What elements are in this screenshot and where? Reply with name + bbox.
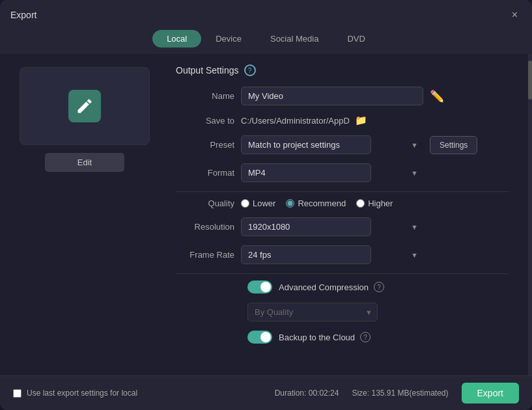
save-to-row: Save to C:/Users/Administrator/AppD 📁 xyxy=(176,115,509,126)
preset-label: Preset xyxy=(176,140,234,150)
advanced-compression-toggle[interactable] xyxy=(247,280,272,294)
divider-1 xyxy=(176,191,509,192)
folder-icon[interactable]: 📁 xyxy=(355,115,367,126)
bottom-bar: Use last export settings for local Durat… xyxy=(0,376,532,410)
by-quality-wrapper: By Quality By Bitrate ▼ xyxy=(247,303,509,321)
resolution-select-wrapper: 1920x1080 1280x720 3840x2160 640x480 ▼ xyxy=(241,217,423,236)
quality-recommend-option[interactable]: Recommend xyxy=(286,198,346,208)
quality-options: Lower Recommend Higher xyxy=(241,198,393,208)
backup-cloud-label: Backup to the Cloud xyxy=(279,333,355,342)
tab-local[interactable]: Local xyxy=(152,30,201,48)
quality-recommend-radio[interactable] xyxy=(286,199,294,208)
tab-social-media[interactable]: Social Media xyxy=(256,30,333,48)
resolution-chevron-icon: ▼ xyxy=(411,223,418,231)
divider-2 xyxy=(176,273,509,274)
preset-chevron-icon: ▼ xyxy=(411,141,418,149)
close-button[interactable]: × xyxy=(508,8,522,22)
preset-row: Preset Match to project settings Custom … xyxy=(176,135,509,154)
frame-rate-row: Frame Rate 24 fps 25 fps 30 fps 60 fps ▼ xyxy=(176,245,509,264)
advanced-compression-help-icon[interactable]: ? xyxy=(374,282,384,292)
ai-icon: ✏️ xyxy=(430,89,444,103)
quality-higher-label: Higher xyxy=(368,198,393,208)
preset-select-wrapper: Match to project settings Custom YouTube… xyxy=(241,135,423,154)
save-to-label: Save to xyxy=(176,116,234,126)
quality-row: Quality Lower Recommend Higher xyxy=(176,198,509,208)
duration-info: Duration: 00:02:24 xyxy=(275,389,339,398)
ai-rename-button[interactable]: ✏️ xyxy=(430,89,444,103)
quality-lower-option[interactable]: Lower xyxy=(241,198,275,208)
save-to-value-area: C:/Users/Administrator/AppD 📁 xyxy=(241,115,367,126)
frame-rate-label: Frame Rate xyxy=(176,250,234,260)
quality-label: Quality xyxy=(176,198,234,208)
scrollbar-thumb[interactable] xyxy=(528,61,532,100)
name-row: Name ✏️ xyxy=(176,87,509,105)
preset-select[interactable]: Match to project settings Custom YouTube… xyxy=(241,135,371,154)
quality-lower-radio[interactable] xyxy=(241,199,249,208)
size-info: Size: 135.91 MB(estimated) xyxy=(352,389,448,398)
resolution-label: Resolution xyxy=(176,222,234,232)
frame-rate-chevron-icon: ▼ xyxy=(411,251,418,259)
settings-button[interactable]: Settings xyxy=(430,136,477,154)
frame-rate-select[interactable]: 24 fps 25 fps 30 fps 60 fps xyxy=(241,245,371,264)
tab-device[interactable]: Device xyxy=(201,30,256,48)
format-row: Format MP4 MOV AVI MKV GIF ▼ xyxy=(176,163,509,182)
format-label: Format xyxy=(176,168,234,178)
edit-button[interactable]: Edit xyxy=(45,153,124,172)
frame-rate-select-wrapper: 24 fps 25 fps 30 fps 60 fps ▼ xyxy=(241,245,423,264)
by-quality-select[interactable]: By Quality By Bitrate xyxy=(247,303,378,321)
use-last-settings-checkbox[interactable] xyxy=(13,389,21,398)
resolution-row: Resolution 1920x1080 1280x720 3840x2160 … xyxy=(176,217,509,236)
name-input[interactable] xyxy=(241,87,423,105)
output-settings-header: Output Settings ? xyxy=(176,64,509,76)
duration-value: 00:02:24 xyxy=(309,389,339,398)
output-settings-title: Output Settings xyxy=(176,65,239,75)
tab-dvd[interactable]: DVD xyxy=(333,30,379,48)
backup-cloud-row: Backup to the Cloud ? xyxy=(176,331,509,344)
info-icon[interactable]: ? xyxy=(244,64,256,76)
advanced-compression-label: Advanced Compression xyxy=(279,282,369,292)
use-last-settings-label[interactable]: Use last export settings for local xyxy=(13,389,137,398)
size-value: 135.91 MB(estimated) xyxy=(371,389,448,398)
backup-cloud-toggle[interactable] xyxy=(247,331,272,344)
scrollbar-track[interactable] xyxy=(528,54,532,376)
format-select[interactable]: MP4 MOV AVI MKV GIF xyxy=(241,163,371,182)
content-area: Edit Output Settings ? Name ✏️ Save to xyxy=(0,54,532,376)
export-button[interactable]: Export xyxy=(462,383,519,403)
titlebar: Export × xyxy=(0,0,532,30)
name-label: Name xyxy=(176,91,234,101)
size-label: Size: xyxy=(352,389,369,398)
resolution-select[interactable]: 1920x1080 1280x720 3840x2160 640x480 xyxy=(241,217,371,236)
quality-higher-radio[interactable] xyxy=(356,199,365,208)
settings-panel: Output Settings ? Name ✏️ Save to C:/Use… xyxy=(169,54,528,376)
quality-higher-option[interactable]: Higher xyxy=(356,198,393,208)
export-window: Export × Local Device Social Media DVD E… xyxy=(0,0,532,410)
tabs-bar: Local Device Social Media DVD xyxy=(0,30,532,54)
preview-icon xyxy=(68,90,101,122)
format-select-wrapper: MP4 MOV AVI MKV GIF ▼ xyxy=(241,163,423,182)
window-title: Export xyxy=(10,10,36,20)
preview-box xyxy=(20,67,150,145)
quality-recommend-label: Recommend xyxy=(298,198,346,208)
use-last-settings-text: Use last export settings for local xyxy=(27,389,137,398)
duration-label: Duration: xyxy=(275,389,307,398)
backup-cloud-help-icon[interactable]: ? xyxy=(360,332,371,342)
quality-lower-label: Lower xyxy=(253,198,275,208)
preview-panel: Edit xyxy=(0,54,169,376)
bottom-info: Duration: 00:02:24 Size: 135.91 MB(estim… xyxy=(275,383,519,403)
backup-cloud-label-area: Backup to the Cloud ? xyxy=(279,332,371,342)
save-path-text: C:/Users/Administrator/AppD xyxy=(241,116,350,126)
advanced-compression-row: Advanced Compression ? xyxy=(176,280,509,294)
format-chevron-icon: ▼ xyxy=(411,169,418,177)
advanced-compression-label-area: Advanced Compression ? xyxy=(279,282,384,292)
